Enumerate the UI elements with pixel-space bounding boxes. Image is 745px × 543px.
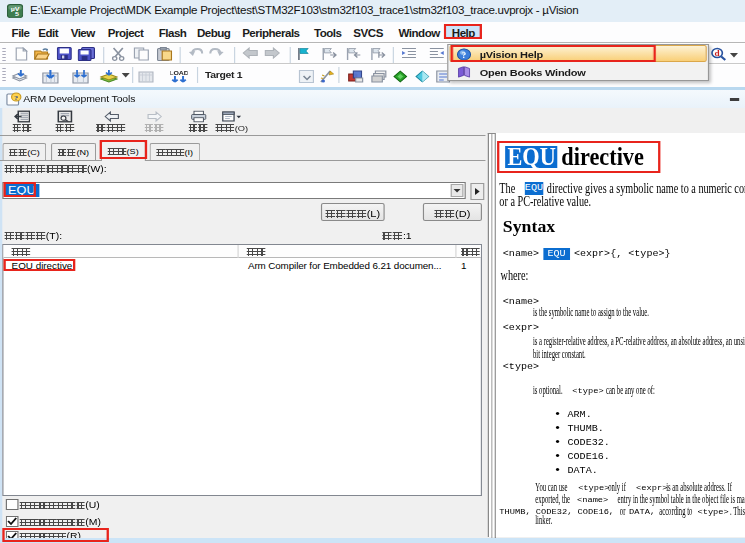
- svg-text:LOAD: LOAD: [170, 69, 187, 75]
- svg-text:d: d: [715, 49, 720, 58]
- svg-text:?: ?: [14, 94, 18, 102]
- svg-text:5: 5: [15, 11, 19, 17]
